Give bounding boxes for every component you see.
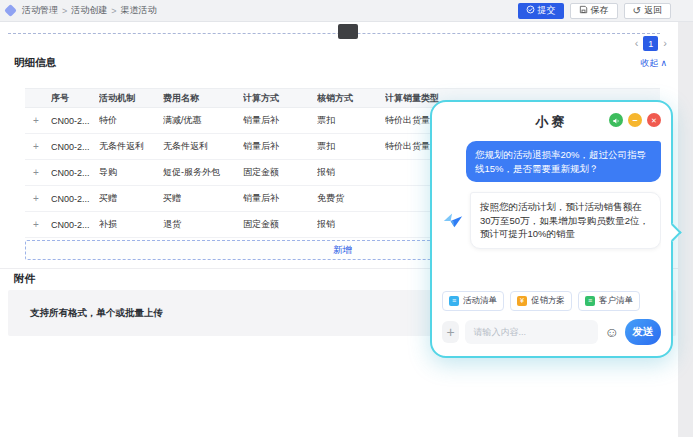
header-calc: 计算方式: [243, 92, 317, 105]
breadcrumb-activity-create[interactable]: 活动创建: [71, 4, 107, 17]
quick-action-chips: ≡ 活动清单 ¥ 促销方案 ≡ 客户清单: [442, 291, 661, 311]
chat-input[interactable]: [465, 320, 598, 344]
back-button[interactable]: ↺ 返回: [624, 3, 671, 19]
save-label: 保存: [591, 4, 609, 17]
toolbar-actions: 提交 保存 ↺ 返回: [518, 3, 671, 19]
emoji-smiley-icon[interactable]: ☺: [604, 325, 618, 339]
row-expander[interactable]: +: [25, 193, 51, 204]
chat-message-list: 您规划的活动退损率20%，超过公司指导线15%，是否需要重新规划？ 按照您的活动…: [442, 141, 661, 284]
promotion-plan-icon: ¥: [517, 296, 527, 306]
partial-scrolled-element: [338, 24, 358, 39]
row-expander[interactable]: +: [25, 167, 51, 178]
chevron-up-icon: ∧: [660, 58, 667, 68]
breadcrumb-separator: >: [62, 6, 67, 16]
header-mechanism: 活动机制: [99, 92, 163, 105]
prev-page-arrow-icon[interactable]: ‹: [635, 38, 639, 49]
cell-seq: CN00-2...: [51, 168, 99, 178]
chat-assistant-widget: 小赛 – ✕ 您规划的活动退损率20%，超过公司指导线15%，是否需要重新规划？…: [430, 100, 673, 358]
cell-verify: 票扣: [317, 114, 385, 127]
chat-message-incoming-row: 按照您的活动计划，预计活动销售额在30万至50万，如果增加导购员数量2位，预计可…: [442, 192, 661, 249]
breadcrumb-channel-activity[interactable]: 渠道活动: [121, 4, 157, 17]
breadcrumb-activity-management[interactable]: 活动管理: [22, 4, 58, 17]
chip-label: 客户清单: [599, 295, 633, 307]
header-fee: 费用名称: [163, 92, 243, 105]
next-page-arrow-icon[interactable]: ›: [663, 38, 667, 49]
attachment-section-title: 附件: [14, 272, 35, 286]
row-expander[interactable]: +: [25, 219, 51, 230]
detail-section-title: 明细信息: [14, 56, 56, 70]
collapse-label: 收起: [640, 57, 658, 70]
save-button[interactable]: 保存: [570, 3, 618, 19]
cell-fee: 满减/优惠: [163, 114, 243, 127]
cell-mechanism: 补损: [99, 218, 163, 231]
cell-mechanism: 买赠: [99, 192, 163, 205]
bot-avatar: [442, 209, 464, 231]
speaker-icon: [612, 111, 620, 129]
cell-verify: 报销: [317, 218, 385, 231]
row-expander[interactable]: +: [25, 115, 51, 126]
save-icon: [579, 5, 588, 16]
chip-label: 活动清单: [463, 295, 497, 307]
header-seq: 序号: [51, 92, 99, 105]
attach-plus-button[interactable]: +: [442, 321, 459, 343]
header-verify: 核销方式: [317, 92, 385, 105]
cell-calc: 销量后补: [243, 192, 317, 205]
breadcrumb: 活动管理 > 活动创建 > 渠道活动: [6, 4, 157, 17]
cell-calc: 销量后补: [243, 114, 317, 127]
right-gutter: [678, 22, 693, 437]
app-window: 活动管理 > 活动创建 > 渠道活动 提交 保存 ↺ 返回: [0, 0, 693, 437]
chip-activity-list[interactable]: ≡ 活动清单: [442, 291, 504, 311]
send-button[interactable]: 发送: [625, 319, 661, 345]
upload-hint: 支持所有格式，单个或批量上传: [30, 307, 163, 320]
cell-seq: CN00-2...: [51, 142, 99, 152]
page-number-current[interactable]: 1: [643, 36, 658, 51]
submit-button[interactable]: 提交: [518, 3, 564, 19]
pagination: ‹ 1 ›: [635, 36, 667, 51]
cell-mechanism: 无条件返利: [99, 140, 163, 153]
close-button[interactable]: ✕: [647, 113, 661, 127]
chat-window-controls: – ✕: [609, 113, 661, 127]
breadcrumb-separator: >: [111, 6, 116, 16]
chat-message-incoming: 按照您的活动计划，预计活动销售额在30万至50万，如果增加导购员数量2位，预计可…: [470, 192, 661, 249]
add-row-button[interactable]: 新增: [333, 244, 352, 257]
cell-seq: CN00-2...: [51, 194, 99, 204]
customer-list-icon: ≡: [585, 296, 595, 306]
cell-mechanism: 导购: [99, 166, 163, 179]
cell-verify: 免费货: [317, 192, 385, 205]
submit-label: 提交: [538, 4, 556, 17]
cell-fee: 短促-服务外包: [163, 166, 243, 179]
cell-seq: CN00-2...: [51, 116, 99, 126]
cell-verify: 票扣: [317, 140, 385, 153]
cell-calc: 销量后补: [243, 140, 317, 153]
app-icon: [4, 4, 17, 17]
cell-fee: 买赠: [163, 192, 243, 205]
cell-calc: 固定金额: [243, 166, 317, 179]
activity-list-icon: ≡: [449, 296, 459, 306]
row-expander[interactable]: +: [25, 141, 51, 152]
cell-verify: 报销: [317, 166, 385, 179]
sound-toggle-button[interactable]: [609, 113, 623, 127]
minimize-button[interactable]: –: [628, 113, 642, 127]
collapse-toggle[interactable]: 收起 ∧: [640, 57, 667, 70]
cell-fee: 无条件返利: [163, 140, 243, 153]
undo-arrow-icon: ↺: [633, 6, 641, 16]
chip-customer-list[interactable]: ≡ 客户清单: [578, 291, 640, 311]
close-icon: ✕: [651, 117, 657, 124]
cell-fee: 退货: [163, 218, 243, 231]
check-circle-icon: [526, 5, 535, 16]
chat-input-row: + ☺ 发送: [442, 319, 661, 345]
chip-label: 促销方案: [531, 295, 565, 307]
chip-promotion-plan[interactable]: ¥ 促销方案: [510, 291, 572, 311]
cell-seq: CN00-2...: [51, 220, 99, 230]
chat-header: 小赛 – ✕: [442, 111, 661, 133]
cell-calc: 固定金额: [243, 218, 317, 231]
back-label: 返回: [644, 4, 662, 17]
detail-section-header: 明细信息 收起 ∧: [14, 56, 667, 70]
cell-mechanism: 特价: [99, 114, 163, 127]
chat-assistant-name: 小赛: [536, 113, 568, 131]
minus-icon: –: [632, 116, 637, 125]
chat-message-outgoing: 您规划的活动退损率20%，超过公司指导线15%，是否需要重新规划？: [466, 141, 661, 182]
top-toolbar: 活动管理 > 活动创建 > 渠道活动 提交 保存 ↺ 返回: [0, 0, 693, 22]
dashed-divider: [8, 33, 660, 34]
